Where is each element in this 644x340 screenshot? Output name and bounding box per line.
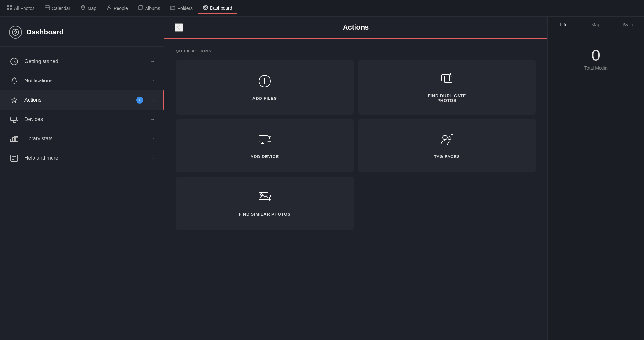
sidebar-item-help[interactable]: Help and more → [0,148,164,168]
nav-map-label: Map [88,6,96,11]
library-stats-label: Library stats [24,136,143,142]
actions-label: Actions [24,97,131,103]
nav-all-photos-label: All Photos [14,6,34,11]
svg-point-45 [448,137,451,140]
tab-map-label: Map [592,22,600,27]
svg-rect-20 [17,118,18,121]
nav-people[interactable]: People [102,3,132,14]
dashboard-icon [203,5,208,11]
svg-point-49 [260,194,262,195]
add-device-icon [258,132,272,148]
add-files-label: ADD FILES [252,96,277,101]
svg-point-44 [443,135,447,140]
quick-actions-label: QUICK ACTIONS [176,49,536,53]
map-icon [80,5,86,12]
action-tag-faces[interactable]: TAG FACES [358,119,536,172]
actions-arrow: → [150,97,155,103]
right-panel: Info Map Sync 0 Total Media [547,17,644,340]
sidebar: Dashboard Getting started → Notification… [0,17,164,340]
action-add-files[interactable]: ADD FILES [176,60,354,115]
center-title: Actions [343,23,369,32]
nav-dashboard[interactable]: Dashboard [198,3,237,14]
total-media-count: 0 [592,46,600,64]
nav-people-label: People [114,6,128,11]
getting-started-arrow: → [150,59,155,64]
sidebar-item-getting-started[interactable]: Getting started → [0,52,164,71]
getting-started-label: Getting started [24,59,143,64]
svg-point-8 [82,6,84,8]
action-find-similar[interactable]: FIND SIMILAR PHOTOS [176,177,354,230]
tab-info-label: Info [560,22,567,27]
devices-icon [9,114,19,125]
svg-rect-3 [10,8,12,10]
sidebar-item-actions[interactable]: Actions 1 → [0,90,164,110]
sidebar-menu: Getting started → Notifications → Action… [0,47,164,340]
help-arrow: → [150,155,155,161]
dashboard-sidebar-icon [9,26,22,39]
albums-icon [138,5,143,12]
sidebar-item-notifications[interactable]: Notifications → [0,71,164,90]
notifications-label: Notifications [24,78,143,84]
svg-rect-2 [7,8,9,10]
tag-faces-icon [440,132,454,148]
right-content: 0 Total Media [548,33,644,340]
center-panel: Actions QUICK ACTIONS ADD FILES [164,17,547,340]
svg-point-12 [204,6,206,8]
nav-albums-label: Albums [145,6,160,11]
getting-started-icon [9,56,19,67]
tag-faces-label: TAG FACES [434,154,460,159]
find-duplicate-label: FIND DUPLICATE PHOTOS [428,93,466,103]
actions-badge: 1 [136,97,143,104]
add-device-label: ADD DEVICE [251,154,279,159]
back-button[interactable] [175,23,183,32]
tab-info[interactable]: Info [548,17,580,33]
actions-icon [9,95,19,105]
sidebar-header: Dashboard [0,17,164,47]
nav-dashboard-label: Dashboard [210,5,232,11]
svg-rect-19 [11,117,16,121]
notifications-icon [9,76,19,86]
actions-grid: ADD FILES FIND DUPLICATE PHOTOS [176,60,536,230]
right-tabs: Info Map Sync [548,17,644,33]
main-body: Dashboard Getting started → Notification… [0,17,644,340]
add-files-icon [258,74,272,90]
svg-point-25 [16,136,18,138]
center-content: QUICK ACTIONS ADD FILES [164,39,547,340]
find-duplicate-icon [440,71,454,88]
find-similar-icon [258,190,272,206]
library-stats-icon [9,134,19,144]
svg-rect-10 [138,6,142,9]
svg-point-9 [108,6,110,8]
nav-calendar[interactable]: Calendar [40,3,75,14]
tab-map[interactable]: Map [580,17,612,33]
nav-folders[interactable]: Folders [166,3,197,14]
svg-rect-4 [45,6,50,10]
nav-calendar-label: Calendar [52,6,70,11]
svg-rect-1 [10,5,12,7]
action-add-device[interactable]: ADD DEVICE [176,119,354,172]
sidebar-title: Dashboard [26,28,63,36]
svg-point-18 [14,77,14,78]
svg-point-15 [14,31,17,33]
devices-arrow: → [150,117,155,122]
devices-label: Devices [24,117,143,122]
svg-rect-38 [259,136,268,142]
folders-icon [170,5,175,12]
help-icon [9,153,19,163]
nav-albums[interactable]: Albums [134,3,165,14]
nav-all-photos[interactable]: All Photos [3,3,39,14]
all-photos-icon [7,5,12,12]
svg-rect-23 [14,136,16,142]
svg-rect-22 [13,137,14,142]
nav-map[interactable]: Map [76,3,101,14]
action-find-duplicate[interactable]: FIND DUPLICATE PHOTOS [358,60,536,115]
center-header: Actions [164,17,547,39]
calendar-icon [45,5,50,12]
tab-sync[interactable]: Sync [612,17,644,33]
sidebar-item-devices[interactable]: Devices → [0,110,164,129]
tab-sync-label: Sync [623,22,633,27]
sidebar-item-library-stats[interactable]: Library stats → [0,129,164,148]
find-similar-label: FIND SIMILAR PHOTOS [239,212,291,217]
nav-folders-label: Folders [177,6,193,11]
total-media-label: Total Media [584,65,608,71]
